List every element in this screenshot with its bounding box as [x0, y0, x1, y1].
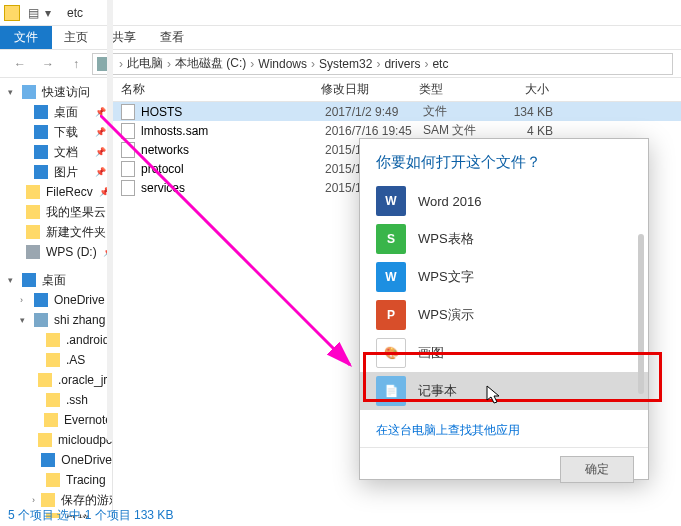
- col-name[interactable]: 名称: [121, 81, 321, 98]
- app-icon: W: [376, 186, 406, 216]
- folder-icon: [4, 5, 20, 21]
- folder-icon: [46, 393, 60, 407]
- crumb-2[interactable]: Windows: [258, 57, 307, 71]
- sidebar-item[interactable]: .ssh: [0, 390, 112, 410]
- app-option[interactable]: PWPS演示: [360, 296, 648, 334]
- app-list: WWord 2016SWPS表格WWPS文字PWPS演示🎨画图📄记事本A写字板: [360, 182, 648, 414]
- app-icon: S: [376, 224, 406, 254]
- folder-icon: [26, 225, 40, 239]
- quick-access-toolbar: ▤ ▾: [28, 6, 51, 20]
- window-title: etc: [67, 6, 83, 20]
- dropdown-icon[interactable]: ▾: [45, 6, 51, 20]
- nav-sidebar: ▾快速访问 桌面📌下载📌文档📌图片📌FileRecv📌我的坚果云📌新建文件夹📌W…: [0, 78, 113, 518]
- app-option[interactable]: 🎨画图: [360, 334, 648, 372]
- sidebar-onedrive[interactable]: ›OneDrive: [0, 290, 112, 310]
- sidebar-desktop[interactable]: ▾桌面: [0, 270, 112, 290]
- file-icon: [121, 123, 135, 139]
- sidebar-item[interactable]: .oracle_jre_us: [0, 370, 112, 390]
- crumb-3[interactable]: System32: [319, 57, 372, 71]
- col-size[interactable]: 大小: [491, 81, 549, 98]
- sidebar-item[interactable]: .AS: [0, 350, 112, 370]
- dialog-scrollbar[interactable]: [638, 234, 644, 394]
- column-headers[interactable]: 名称 修改日期 类型 大小: [113, 78, 681, 102]
- file-icon: [121, 104, 135, 120]
- app-icon: W: [376, 262, 406, 292]
- folder-icon: [38, 433, 52, 447]
- folder-icon: [26, 185, 40, 199]
- open-with-dialog: 你要如何打开这个文件？ WWord 2016SWPS表格WWPS文字PWPS演示…: [359, 138, 649, 480]
- dialog-title: 你要如何打开这个文件？: [360, 139, 648, 182]
- back-button[interactable]: ←: [8, 52, 32, 76]
- ribbon-tabs: 文件 主页 共享 查看: [0, 26, 681, 50]
- folder-icon: [41, 493, 55, 507]
- sidebar-item[interactable]: WPS (D:)📌: [0, 242, 112, 262]
- ok-button[interactable]: 确定: [560, 456, 634, 483]
- tab-home[interactable]: 主页: [52, 26, 100, 49]
- sidebar-item[interactable]: FileRecv📌: [0, 182, 112, 202]
- app-icon: P: [376, 300, 406, 330]
- sidebar-item[interactable]: .android: [0, 330, 112, 350]
- crumb-0[interactable]: 此电脑: [127, 55, 163, 72]
- forward-button: →: [36, 52, 60, 76]
- desktop-icon: [22, 273, 36, 287]
- folder-icon: [34, 165, 48, 179]
- app-option[interactable]: WWPS文字: [360, 258, 648, 296]
- title-bar: ▤ ▾ etc: [0, 0, 681, 26]
- file-icon: [121, 161, 135, 177]
- tab-view[interactable]: 查看: [148, 26, 196, 49]
- status-bar: 5 个项目 选中 1 个项目 133 KB: [8, 507, 173, 524]
- app-option[interactable]: A写字板: [360, 410, 648, 414]
- app-option[interactable]: 📄记事本: [360, 372, 648, 410]
- dialog-more-apps[interactable]: 在这台电脑上查找其他应用: [360, 414, 648, 447]
- folder-icon: [41, 453, 55, 467]
- app-icon: 🎨: [376, 338, 406, 368]
- onedrive-icon: [34, 293, 48, 307]
- folder-icon: [34, 105, 48, 119]
- folder-icon: [46, 333, 60, 347]
- crumb-1[interactable]: 本地磁盘 (C:): [175, 55, 246, 72]
- folder-icon: [46, 353, 60, 367]
- up-button[interactable]: ↑: [64, 52, 88, 76]
- sidebar-quick-access[interactable]: ▾快速访问: [0, 82, 112, 102]
- file-row[interactable]: HOSTS2017/1/2 9:49文件134 KB: [113, 102, 681, 121]
- sidebar-item[interactable]: micloudpc: [0, 430, 112, 450]
- sidebar-item[interactable]: 新建文件夹📌: [0, 222, 112, 242]
- user-icon: [34, 313, 48, 327]
- star-icon: [22, 85, 36, 99]
- sidebar-item[interactable]: OneDrive: [0, 450, 112, 470]
- app-option[interactable]: WWord 2016: [360, 182, 648, 220]
- address-bar: ← → ↑ › 此电脑› 本地磁盘 (C:)› Windows› System3…: [0, 50, 681, 78]
- sidebar-item[interactable]: 下载📌: [0, 122, 112, 142]
- folder-icon: [34, 125, 48, 139]
- breadcrumb[interactable]: › 此电脑› 本地磁盘 (C:)› Windows› System32› dri…: [92, 53, 673, 75]
- col-type[interactable]: 类型: [419, 81, 491, 98]
- col-modified[interactable]: 修改日期: [321, 81, 419, 98]
- sidebar-item[interactable]: 文档📌: [0, 142, 112, 162]
- folder-icon: [26, 245, 40, 259]
- sidebar-item[interactable]: Evernote: [0, 410, 112, 430]
- tab-file[interactable]: 文件: [0, 26, 52, 49]
- sidebar-user[interactable]: ▾shi zhang: [0, 310, 112, 330]
- app-icon: 📄: [376, 376, 406, 406]
- props-icon[interactable]: ▤: [28, 6, 39, 20]
- crumb-5[interactable]: etc: [432, 57, 448, 71]
- sidebar-item[interactable]: 图片📌: [0, 162, 112, 182]
- file-icon: [121, 180, 135, 196]
- folder-icon: [26, 205, 40, 219]
- folder-icon: [34, 145, 48, 159]
- folder-icon: [46, 473, 60, 487]
- sidebar-item[interactable]: Tracing: [0, 470, 112, 490]
- app-option[interactable]: SWPS表格: [360, 220, 648, 258]
- crumb-4[interactable]: drivers: [384, 57, 420, 71]
- sidebar-item[interactable]: 桌面📌: [0, 102, 112, 122]
- file-icon: [121, 142, 135, 158]
- sidebar-item[interactable]: 我的坚果云📌: [0, 202, 112, 222]
- folder-icon: [44, 413, 58, 427]
- folder-icon: [38, 373, 52, 387]
